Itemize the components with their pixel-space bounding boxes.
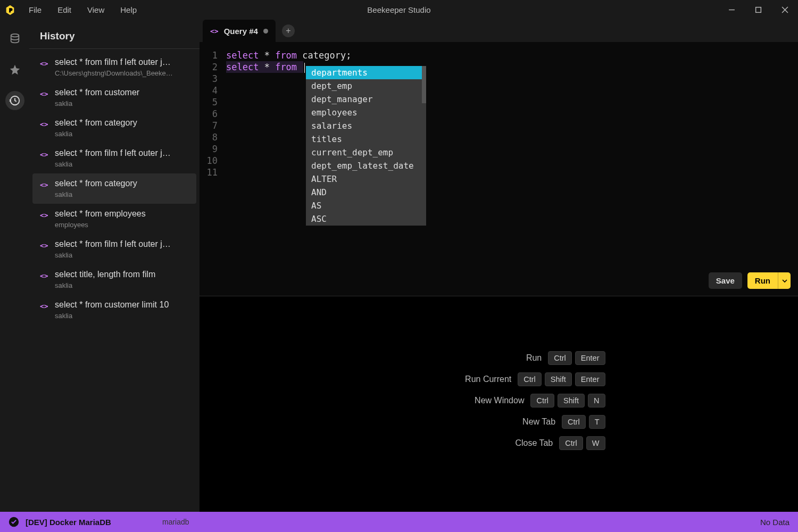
line-number: 4 (200, 85, 222, 96)
code-icon: <> (40, 272, 48, 289)
line-number: 5 (200, 96, 222, 108)
unsaved-dot-icon (263, 29, 268, 34)
line-number: 3 (200, 73, 222, 85)
history-item[interactable]: <> select * from category saklia (32, 113, 196, 143)
code-icon: <> (40, 211, 48, 229)
query-tab[interactable]: <> Query #4 (203, 20, 276, 42)
menu-bar: File Edit View Help (22, 2, 143, 18)
title-bar: File Edit View Help Beekeeper Studio (0, 0, 798, 20)
autocomplete-popup[interactable]: departmentsdept_empdept_manageremployees… (306, 66, 426, 226)
history-query-text: select * from film f left outer j… (55, 57, 173, 67)
main-area: <> Query #4 + 1234567891011 select * fro… (200, 20, 798, 512)
autocomplete-item[interactable]: salaries (306, 119, 426, 132)
history-item[interactable]: <> select title, length from film saklia (32, 264, 196, 295)
autocomplete-item[interactable]: dept_emp_latest_date (306, 159, 426, 172)
app-logo-icon (4, 4, 16, 16)
shortcut-label: Close Tab (515, 438, 553, 448)
sidebar-title: History (29, 26, 200, 49)
autocomplete-item[interactable]: ALTER (306, 172, 426, 186)
autocomplete-item[interactable]: departments (306, 66, 426, 79)
code-icon: <> (40, 151, 48, 168)
close-button[interactable] (771, 0, 798, 20)
menu-edit[interactable]: Edit (51, 2, 78, 18)
line-number: 8 (200, 131, 222, 143)
line-number: 2 (200, 61, 222, 73)
rail-history-icon[interactable] (5, 91, 24, 110)
status-nodata: No Data (760, 518, 789, 527)
history-sub-text: saklia (55, 130, 137, 138)
history-item[interactable]: <> select * from customer limit 10 sakli… (32, 295, 196, 325)
history-item[interactable]: <> select * from film f left outer j… sa… (32, 143, 196, 173)
add-tab-button[interactable]: + (282, 24, 295, 37)
tab-label: Query #4 (224, 27, 258, 36)
save-button[interactable]: Save (709, 272, 742, 289)
autocomplete-item[interactable]: current_dept_emp (306, 146, 426, 159)
autocomplete-item[interactable]: ASC (306, 212, 426, 226)
shortcut-row: New TabCtrlT (393, 415, 605, 429)
history-sub-text: employees (55, 221, 146, 229)
keyboard-key: T (589, 415, 605, 429)
rail-database-icon[interactable] (5, 29, 24, 48)
keyboard-key: Shift (558, 394, 585, 408)
history-sidebar: History <> select * from film f left out… (29, 20, 200, 512)
history-sub-text: saklia (55, 160, 171, 168)
history-query-text: select * from customer (55, 88, 139, 97)
autocomplete-item[interactable]: titles (306, 132, 426, 146)
maximize-button[interactable] (745, 0, 771, 20)
history-query-text: select title, length from film (55, 270, 155, 279)
autocomplete-scrollbar[interactable] (422, 66, 426, 103)
keyboard-key: Enter (575, 351, 605, 365)
status-connection-name[interactable]: [DEV] Docker MariaDB (26, 518, 111, 527)
history-item[interactable]: <> select * from employees employees (32, 204, 196, 234)
shortcut-row: Run CurrentCtrlShiftEnter (393, 372, 605, 386)
code-icon: <> (40, 120, 48, 138)
line-number: 1 (200, 49, 222, 61)
history-item[interactable]: <> select * from film f left outer j… C:… (32, 52, 196, 82)
keyboard-key: Ctrl (562, 415, 586, 429)
shortcut-label: Run (526, 353, 542, 363)
line-number: 9 (200, 143, 222, 155)
results-panel: RunCtrlEnterRun CurrentCtrlShiftEnterNew… (200, 296, 798, 512)
minimize-button[interactable] (718, 0, 745, 20)
shortcut-label: Run Current (465, 375, 511, 384)
sql-editor[interactable]: 1234567891011 select * from category; se… (200, 42, 798, 265)
keyboard-key: Ctrl (548, 351, 572, 365)
run-button[interactable]: Run (747, 272, 778, 289)
autocomplete-item[interactable]: dept_manager (306, 93, 426, 106)
svg-point-4 (11, 34, 19, 37)
keyboard-key: Shift (545, 372, 572, 386)
history-query-text: select * from category (55, 179, 137, 188)
history-sub-text: saklia (55, 251, 171, 259)
keyboard-key: Ctrl (559, 436, 583, 450)
history-query-text: select * from film f left outer j… (55, 148, 171, 158)
history-item[interactable]: <> select * from film f left outer j… sa… (32, 234, 196, 264)
code-icon: <> (40, 302, 48, 320)
autocomplete-item[interactable]: dept_emp (306, 79, 426, 93)
menu-file[interactable]: File (22, 2, 48, 18)
rail-star-icon[interactable] (5, 60, 24, 79)
left-rail (0, 20, 29, 512)
keyboard-key: Ctrl (518, 372, 542, 386)
menu-view[interactable]: View (81, 2, 111, 18)
line-number: 7 (200, 120, 222, 131)
app-title: Beekeeper Studio (367, 5, 430, 14)
keyboard-key: Ctrl (530, 394, 554, 408)
keyboard-key: W (586, 436, 605, 450)
menu-help[interactable]: Help (114, 2, 143, 18)
history-sub-text: C:\Users\ghstng\Downloads\_Beeke… (55, 69, 173, 77)
shortcut-row: Close TabCtrlW (393, 436, 605, 450)
window-controls (718, 0, 798, 20)
history-query-text: select * from customer limit 10 (55, 300, 169, 310)
code-icon: <> (40, 242, 48, 259)
history-query-text: select * from employees (55, 209, 146, 219)
history-item[interactable]: <> select * from category saklia (32, 173, 196, 204)
tab-bar: <> Query #4 + (200, 20, 798, 42)
history-item[interactable]: <> select * from customer saklia (32, 82, 196, 113)
autocomplete-item[interactable]: AND (306, 186, 426, 199)
run-dropdown-button[interactable] (778, 272, 791, 289)
status-db-type: mariadb (162, 518, 189, 526)
autocomplete-item[interactable]: employees (306, 106, 426, 119)
autocomplete-item[interactable]: AS (306, 199, 426, 212)
shortcut-row: RunCtrlEnter (393, 351, 605, 365)
code-icon: <> (40, 90, 48, 107)
